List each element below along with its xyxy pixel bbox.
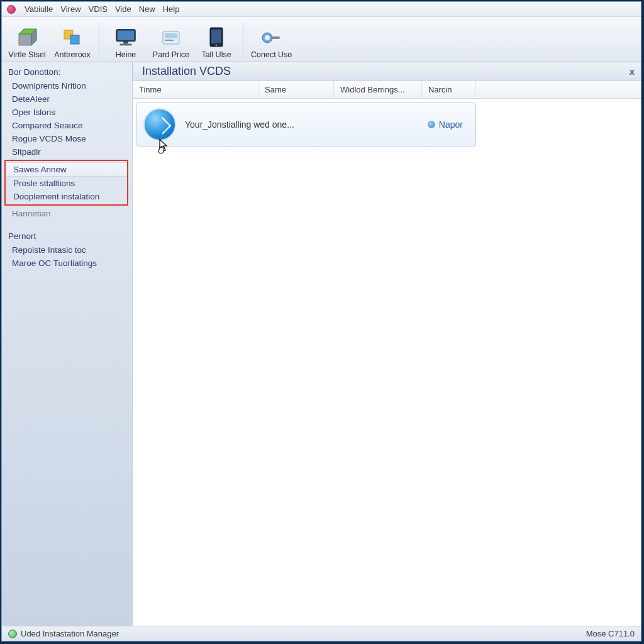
toolbar-label: Anttreroox — [54, 50, 91, 59]
panel-header: Installation VCDS x — [133, 62, 641, 81]
toolbar-button-heine[interactable]: Heine — [103, 25, 148, 62]
toolbar-separator — [243, 22, 243, 58]
svg-rect-13 — [211, 30, 221, 43]
sidebar-highlight-box: Sawes Annew Prosle sttalltions Dooplemen… — [4, 160, 128, 206]
menubar: Vabiulle Virew VDIS Vide New Help — [2, 2, 641, 17]
list-item[interactable]: Your_Jonstialling wed one... Napor — [136, 103, 476, 147]
toolbar-button-pard-price[interactable]: Pard Price — [148, 25, 194, 62]
cursor-icon — [156, 138, 170, 158]
statusbar-left-text: Uded Instastation Manager — [21, 629, 119, 638]
card-icon — [159, 26, 183, 49]
svg-rect-4 — [70, 35, 79, 44]
sidebar-item[interactable]: Downiprents Nrition — [2, 79, 132, 92]
svg-rect-10 — [165, 33, 177, 38]
toolbar-button-anttreroox[interactable]: Anttreroox — [50, 25, 95, 62]
svg-rect-8 — [120, 44, 132, 46]
sidebar: Bor Donotton: Downiprents Nrition DeteAl… — [2, 62, 133, 626]
toolbar-label: Virtle Stsel — [8, 50, 46, 59]
toolbar-separator — [99, 22, 99, 58]
statusbar: Uded Instastation Manager Mose C711.0 — [2, 626, 641, 641]
status-dot-icon — [428, 121, 435, 128]
sidebar-item[interactable]: Hannetian — [2, 207, 132, 220]
toolbar-label: Conect Uso — [251, 50, 292, 59]
toolbar-button-conect-uso[interactable]: Conect Uso — [247, 25, 296, 62]
sidebar-item[interactable]: Sltpadir — [2, 145, 132, 158]
connect-icon — [260, 26, 284, 49]
svg-rect-17 — [271, 36, 280, 39]
main-panel: Installation VCDS x Tinme Same Widlod Be… — [133, 62, 641, 626]
statusbar-right-text: Mose C711.0 — [586, 629, 635, 638]
box-green-icon — [15, 26, 39, 49]
sidebar-item[interactable]: Rogue VCDS Mose — [2, 132, 132, 145]
svg-point-14 — [216, 45, 218, 47]
column-header: Tinme Same Widlod Berrings... Narcin — [133, 81, 641, 99]
column-header-cell[interactable]: Widlod Berrings... — [334, 81, 422, 98]
sidebar-section-title: Pernort — [2, 230, 132, 243]
svg-rect-7 — [123, 42, 128, 44]
sidebar-item[interactable]: Repoiste Intasic toc — [2, 243, 132, 257]
install-globe-icon — [143, 108, 176, 141]
menu-item[interactable]: Help — [163, 4, 180, 14]
column-header-cell — [476, 81, 641, 98]
toolbar-button-tall-ulse[interactable]: Tall Ulse — [194, 25, 239, 62]
app-window: Vabiulle Virew VDIS Vide New Help Virtle… — [1, 1, 641, 641]
sidebar-item[interactable]: Maroe OC Tuorliatings — [2, 257, 132, 270]
app-icon — [7, 5, 16, 14]
svg-rect-11 — [165, 40, 174, 41]
sidebar-item[interactable]: Compared Seauce — [2, 119, 132, 132]
toolbar: Virtle Stsel Anttreroox — [2, 17, 641, 62]
menu-item[interactable]: New — [139, 4, 155, 14]
row-status: Napor — [428, 119, 463, 130]
toolbar-label: Pard Price — [153, 50, 189, 59]
sidebar-item-prosle[interactable]: Prosle sttalltions — [6, 177, 127, 190]
menu-item[interactable]: Virew — [60, 4, 80, 14]
sidebar-item[interactable]: DeteAleer — [2, 92, 132, 106]
column-header-cell[interactable]: Narcin — [422, 81, 476, 98]
sidebar-item-dooplement[interactable]: Dooplement instalation — [6, 190, 127, 203]
sidebar-item-sawes-annew[interactable]: Sawes Annew — [6, 162, 127, 177]
squares-icon — [60, 26, 84, 49]
row-primary-text: Your_Jonstialling wed one... — [185, 119, 428, 130]
column-header-cell[interactable]: Tinme — [133, 81, 258, 98]
row-status-text: Napor — [439, 119, 463, 130]
toolbar-label: Heine — [116, 50, 136, 59]
column-header-cell[interactable]: Same — [258, 81, 334, 98]
body: Bor Donotton: Downiprents Nrition DeteAl… — [2, 62, 641, 626]
menu-item[interactable]: VDIS — [89, 4, 108, 14]
monitor-icon — [114, 26, 138, 49]
content-area: Your_Jonstialling wed one... Napor — [133, 99, 641, 626]
close-icon[interactable]: x — [630, 66, 635, 77]
toolbar-label: Tall Ulse — [201, 50, 231, 59]
toolbar-button-virtle[interactable]: Virtle Stsel — [4, 25, 50, 62]
svg-point-16 — [265, 35, 270, 40]
panel-title: Installation VCDS — [142, 65, 231, 78]
tablet-icon — [204, 26, 228, 49]
sidebar-section-title: Bor Donotton: — [2, 66, 132, 79]
sidebar-item[interactable]: Oper Islons — [2, 106, 132, 119]
svg-rect-6 — [118, 31, 135, 40]
globe-icon — [8, 630, 17, 638]
svg-rect-0 — [19, 34, 31, 45]
menu-item[interactable]: Vide — [115, 4, 131, 14]
menu-item[interactable]: Vabiulle — [25, 4, 53, 14]
